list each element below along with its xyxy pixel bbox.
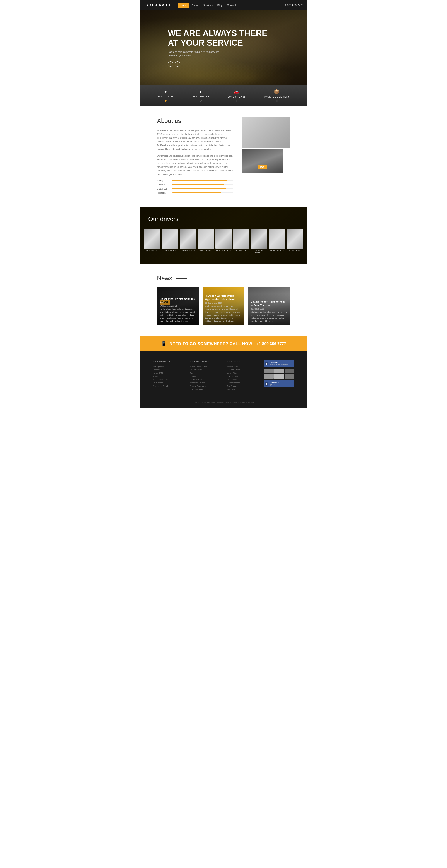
fb-info-2: Facebook @TaxiService.company — [269, 382, 293, 386]
footer-link[interactable]: City Transportation — [190, 388, 220, 391]
skill-label: Safety — [157, 179, 170, 182]
footer-company: OUR COMPANYManagementCareersHelloр DMCPr… — [153, 360, 183, 392]
footer-link[interactable]: Luxury Vehicles — [190, 369, 220, 371]
fb-name-2: Facebook — [269, 382, 293, 384]
skill-track — [172, 188, 233, 189]
driver-card-8: DAVID COOK — [286, 229, 303, 253]
driver-name: DAVID COOK — [289, 250, 300, 251]
driver-name: CARL RAMOS — [165, 250, 176, 251]
nav-item-blog[interactable]: Blog — [215, 3, 225, 8]
nav-item-contacts[interactable]: Contacts — [225, 3, 240, 8]
footer-link[interactable]: Helloр DMC — [153, 372, 183, 374]
footer-link[interactable]: Taxi — [190, 372, 220, 374]
footer-services: OUR SERVICESShared Ride ShuttleLuxury Ve… — [190, 360, 220, 392]
footer-link[interactable]: Taxi Vans — [227, 388, 257, 391]
feature-icon: ⬥ — [199, 89, 202, 94]
driver-photo — [233, 229, 250, 249]
nav-item-services[interactable]: Services — [201, 3, 215, 8]
news-image: TAXI Ridesharing: It's Not Worth the Ris… — [157, 287, 199, 325]
feature-icon: ♥ — [164, 89, 167, 94]
news-date: 11 September 2015 — [205, 302, 242, 304]
facebook-widget-2[interactable]: f Facebook @TaxiService.company — [264, 380, 294, 387]
footer-link[interactable]: Special Occasions — [190, 385, 220, 387]
footer-link[interactable]: Social Awareness — [153, 378, 183, 381]
news-overlay: Ridesharing: It's Not Worth the Risk 17 … — [157, 291, 199, 325]
hero-subtitle: Fast and reliable way to find quality ta… — [168, 50, 229, 57]
footer-link[interactable]: Luxury SUVs — [227, 375, 257, 377]
driver-photo — [287, 229, 303, 249]
prev-arrow[interactable]: ‹ — [168, 61, 173, 66]
about-image-2: TAXI — [242, 149, 283, 173]
feature-dot — [276, 100, 278, 102]
fb-photos — [264, 369, 294, 379]
skill-label: Cleanness — [157, 188, 170, 190]
footer-link[interactable]: Shared Ride Shuttle — [190, 365, 220, 368]
driver-name: LARRY KNIGHT — [146, 250, 159, 251]
footer-link[interactable]: Careers — [153, 369, 183, 371]
driver-card-3: RONALD HOWARD — [197, 229, 214, 253]
feature-luxury-cars: 🚗 LUXURY CARS — [228, 89, 246, 102]
fb-photo — [274, 369, 284, 373]
skill-track — [172, 180, 233, 181]
footer-services-heading: OUR SERVICES — [190, 360, 220, 362]
skill-reliability: Reliability — [157, 192, 233, 194]
about-section: About us TaxiService has been a taxicab … — [139, 106, 308, 207]
driver-card-2: HARRY STANLEY — [180, 229, 196, 253]
fb-page: @TaxiService.company — [269, 364, 293, 366]
site-footer: OUR COMPANYManagementCareersHelloр DMCPr… — [139, 351, 308, 408]
footer-fleet-heading: OUR FLEET — [227, 360, 257, 362]
feature-dot — [236, 100, 237, 102]
nav-item-about[interactable]: About — [190, 3, 201, 8]
site-header: TAXISERVICE HomeAboutServicesBlogContact… — [139, 0, 308, 10]
footer-link[interactable]: Taxi Sedans — [227, 385, 257, 387]
footer-link[interactable]: Limousines — [227, 378, 257, 381]
skill-cleanness: Cleanness — [157, 188, 233, 190]
about-image-1 — [242, 117, 290, 148]
driver-photo — [216, 229, 232, 249]
footer-company-heading: OUR COMPANY — [153, 360, 183, 362]
footer-link[interactable]: Newsletters — [153, 382, 183, 384]
fb-photo — [264, 374, 274, 379]
about-content: About us TaxiService has been a taxicab … — [157, 117, 233, 196]
news-date: 17 September 2015 — [160, 305, 196, 307]
driver-name: SEAN MENDEZ — [235, 250, 248, 251]
next-arrow[interactable]: › — [175, 61, 180, 66]
about-para-1: TaxiService has been a taxicab service p… — [157, 129, 233, 151]
footer-link[interactable]: Attraction Tickets — [190, 382, 220, 384]
driver-card-4: ZACHARY HARVEY — [215, 229, 232, 253]
feature-label: FAST & SAFE — [158, 95, 174, 98]
cta-icon: 📱 — [161, 341, 167, 347]
driver-name: ZACHARY HARVEY — [216, 250, 231, 251]
footer-link[interactable]: Press — [153, 375, 183, 377]
footer-link[interactable]: Charter — [190, 375, 220, 377]
driver-name: HARRY STANLEY — [181, 250, 195, 251]
nav-item-home[interactable]: Home — [178, 3, 190, 8]
main-nav: HomeAboutServicesBlogContacts — [178, 3, 240, 8]
skill-label: Reliability — [157, 192, 170, 194]
driver-card-6: JONATHAN RUSSELL — [251, 229, 267, 253]
news-excerpt: Under the NSW drivers' agreement, driver… — [205, 305, 242, 323]
skills-container: Safety Comfort Cleanness Reliability — [157, 179, 233, 194]
drivers-grid: LARRY KNIGHT CARL RAMOS HARRY STANLEY RO… — [144, 229, 303, 253]
fb-logo: f — [265, 362, 268, 365]
footer-link[interactable]: Luxury Vans — [227, 372, 257, 374]
feature-label: BEST PRICES — [192, 95, 209, 98]
facebook-widget[interactable]: f Facebook @TaxiService.company — [264, 360, 294, 367]
fb-info: Facebook @TaxiService.company — [269, 362, 293, 366]
footer-link[interactable]: Motor Coaches — [227, 382, 257, 384]
cta-phone: +1 800 666 7777 — [256, 342, 286, 346]
hero-arrows: ‹ › — [168, 61, 279, 66]
news-card-0: TAXI Ridesharing: It's Not Worth the Ris… — [157, 287, 199, 325]
footer-link[interactable]: Shuttle Vans — [227, 365, 257, 368]
news-excerpt: It is important that all proper Point to… — [251, 311, 287, 323]
news-image: Getting Reform Right for Point to Point … — [248, 287, 290, 325]
footer-grid: OUR COMPANYManagementCareersHelloр DMCPr… — [153, 360, 294, 392]
footer-link[interactable]: Luxury Sedans — [227, 369, 257, 371]
footer-link[interactable]: Management — [153, 365, 183, 368]
about-para-2: Our largest and longest running taxicab … — [157, 154, 233, 176]
cta-text: NEED TO GO SOMEWHERE? CALL NOW! — [169, 342, 254, 346]
footer-link[interactable]: Associates Portal — [153, 385, 183, 387]
fb-photo — [264, 369, 274, 373]
footer-link[interactable]: Cruise Transport — [190, 378, 220, 381]
driver-card-1: CARL RAMOS — [162, 229, 179, 253]
